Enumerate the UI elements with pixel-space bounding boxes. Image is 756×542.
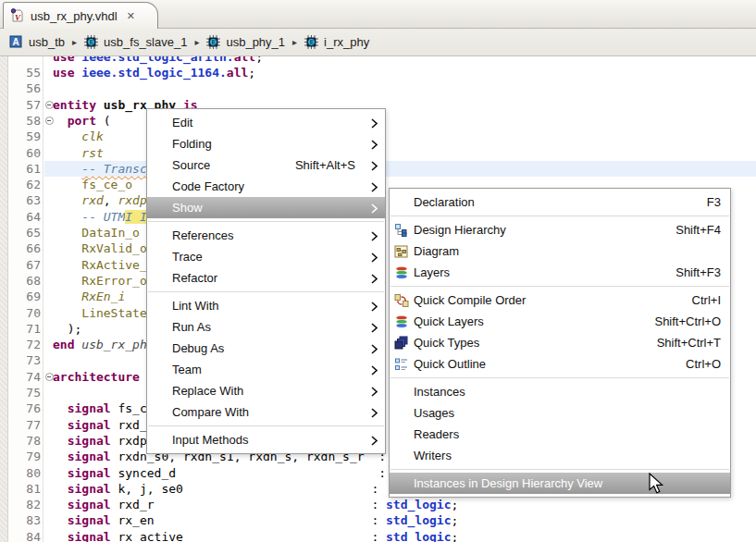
line-number: 75: [8, 385, 41, 401]
menu-item-replace-with[interactable]: Replace With: [147, 380, 385, 401]
menu-item-source[interactable]: SourceShift+Alt+S: [147, 154, 385, 176]
outline-icon: [394, 357, 409, 372]
line-number: 79: [8, 449, 41, 465]
menu-item-shortcut: Shift+F4: [675, 223, 721, 237]
code-token: signal: [68, 466, 118, 480]
tab-title: usb_rx_phy.vhdl: [31, 9, 118, 23]
menu-item-diagram[interactable]: Diagram: [390, 240, 730, 262]
code-token: RxEn_i: [81, 289, 125, 303]
line-number: 74: [8, 369, 41, 386]
code-token: [53, 162, 81, 176]
code-line-84[interactable]: signal rx_active : std_logic;: [44, 529, 756, 542]
line-number: 78: [8, 433, 41, 450]
menu-item-references[interactable]: References: [147, 225, 385, 246]
code-token: ,: [104, 193, 118, 207]
menu-item-shortcut: Ctrl+O: [686, 357, 721, 371]
tab-close-icon[interactable]: ✕: [127, 10, 135, 22]
code-token: [53, 482, 68, 496]
submenu-arrow-icon: [371, 160, 378, 174]
line-number: 60: [8, 145, 41, 162]
menu-item-refactor[interactable]: Refactor: [147, 267, 385, 289]
menu-item-label: Code Factory: [172, 179, 244, 193]
code-token: [53, 289, 81, 303]
code-token: rxd_r :: [118, 498, 386, 511]
menu-separator: [390, 286, 729, 287]
menu-item-instances-in-design-hierarchy-view[interactable]: Instances in Design Hierarchy View: [390, 473, 730, 494]
breadcrumb-item-usb-fs-slave-1[interactable]: Eusb_fs_slave_1: [84, 35, 187, 49]
menu-item-declaration[interactable]: DeclarationF3: [390, 191, 730, 213]
menu-item-input-methods[interactable]: Input Methods: [147, 429, 385, 450]
menu-item-compare-with[interactable]: Compare With: [147, 401, 385, 423]
menu-item-label: Folding: [172, 137, 212, 151]
code-line-partial[interactable]: use ieee.std_logic_arith.all;: [44, 56, 756, 65]
code-token: signal: [68, 530, 118, 542]
code-token: [53, 193, 81, 207]
code-token: ;: [452, 498, 459, 511]
menu-item-writers[interactable]: Writers: [390, 445, 730, 466]
line-number: 59: [8, 129, 41, 145]
menu-item-folding[interactable]: Folding: [147, 133, 385, 154]
menu-separator: [390, 216, 729, 216]
code-token: synced_d :: [118, 466, 386, 480]
code-token: RxActive_o: [81, 258, 154, 272]
code-token: all: [234, 56, 255, 64]
diagram-icon: [394, 244, 409, 259]
breadcrumb-item-usb-phy-1[interactable]: Eusb_phy_1: [206, 35, 285, 49]
submenu-arrow-icon: [371, 117, 378, 131]
menu-item-run-as[interactable]: Run As: [147, 316, 385, 338]
menu-item-debug-as[interactable]: Debug As: [147, 338, 385, 359]
menu-item-team[interactable]: Team: [147, 359, 385, 380]
menu-item-label: Lint With: [172, 299, 219, 313]
breadcrumb-arrow-icon: ▸: [72, 37, 77, 47]
line-number: 84: [8, 529, 41, 542]
menu-item-quick-compile-order[interactable]: Quick Compile OrderCtrl+I: [390, 289, 730, 311]
menu-item-edit[interactable]: Edit: [147, 112, 385, 133]
menu-item-no-icon: [394, 476, 409, 491]
submenu-arrow-icon: [371, 343, 378, 357]
entity-chip-icon: E: [304, 35, 318, 49]
menu-item-show[interactable]: Show: [147, 197, 385, 218]
menu-item-label: Replace With: [172, 384, 243, 398]
menu-item-label: References: [172, 228, 233, 242]
code-token: signal: [68, 450, 118, 463]
menu-item-instances[interactable]: Instances: [390, 381, 730, 402]
menu-item-quick-layers[interactable]: Quick LayersShift+Ctrl+O: [390, 311, 730, 332]
menu-item-layers[interactable]: LayersShift+F3: [390, 262, 730, 283]
menu-item-usages[interactable]: Usages: [390, 402, 730, 424]
menu-item-label: Show: [172, 201, 203, 215]
svg-text:E: E: [90, 39, 94, 45]
code-line-56[interactable]: [44, 80, 756, 96]
menu-item-design-hierarchy[interactable]: Design HierarchyShift+F4: [390, 219, 730, 240]
code-line-82[interactable]: signal rxd_r : std_logic;: [44, 497, 756, 512]
breadcrumb-item-i-rx-phy[interactable]: Ei_rx_phy: [304, 35, 369, 49]
code-token: [53, 434, 68, 448]
layers-icon: [394, 314, 409, 329]
menu-item-readers[interactable]: Readers: [390, 424, 730, 445]
ide-window: { "tab": { "title": "usb_rx_phy.vhdl", "…: [0, 0, 756, 542]
code-token: );: [53, 322, 81, 336]
menu-item-code-factory[interactable]: Code Factory: [147, 176, 385, 197]
menu-item-label: Writers: [414, 449, 452, 462]
code-token: signal: [68, 418, 118, 432]
context-menu: EditFoldingSourceShift+Alt+SCode Factory…: [146, 108, 386, 454]
code-line-55[interactable]: use ieee.std_logic_1164.all;: [44, 65, 756, 80]
line-number: 81: [8, 481, 41, 498]
menu-item-lint-with[interactable]: Lint With: [147, 295, 385, 316]
code-token: ;: [255, 56, 263, 64]
code-token: port: [68, 114, 96, 128]
menu-item-label: Quick Types: [414, 336, 479, 350]
code-token: use: [53, 56, 81, 64]
entity-chip-icon: E: [206, 35, 220, 49]
menu-item-quick-outline[interactable]: Quick OutlineCtrl+O: [390, 353, 730, 375]
code-line-83[interactable]: signal rx_en : std_logic;: [44, 512, 756, 528]
menu-separator: [148, 221, 384, 222]
menu-item-label: Trace: [172, 250, 203, 264]
menu-item-quick-types[interactable]: Quick TypesShift+Ctrl+T: [390, 332, 730, 353]
compile-order-icon: [394, 293, 409, 308]
submenu-arrow-icon: [371, 407, 378, 421]
tab-usb-rx-phy[interactable]: V usb_rx_phy.vhdl ✕: [3, 2, 158, 29]
menu-item-label: Instances in Design Hierarchy View: [414, 476, 602, 490]
breadcrumb-item-usb-tb[interactable]: Ausb_tb: [9, 35, 65, 49]
menu-item-trace[interactable]: Trace: [147, 246, 385, 267]
submenu-arrow-icon: [371, 435, 378, 449]
